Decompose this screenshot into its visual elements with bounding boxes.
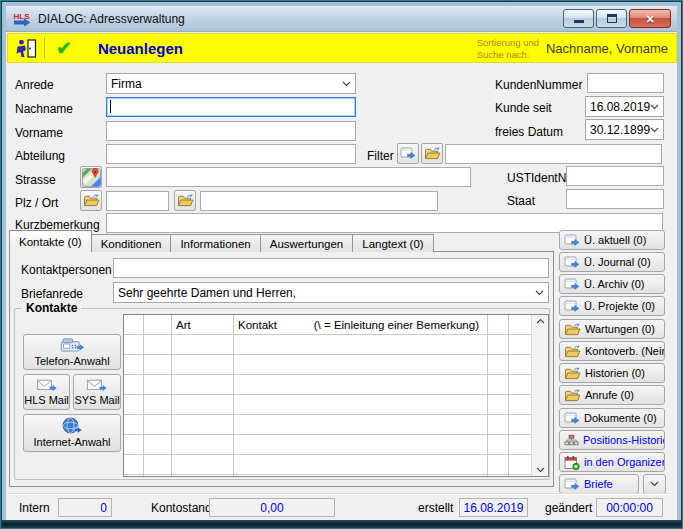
filter-open-button[interactable] — [421, 143, 443, 164]
kundeseit-datepicker[interactable]: 16.08.2019 — [585, 96, 664, 117]
table-cell[interactable] — [144, 415, 172, 435]
nachname-input[interactable] — [106, 97, 356, 117]
table-cell[interactable] — [509, 355, 531, 375]
titlebar[interactable]: HLS DIALOG: Adressverwaltung × — [6, 6, 677, 32]
table-cell[interactable] — [144, 375, 172, 395]
side-button-historien[interactable]: Historien (0) — [559, 363, 665, 383]
exit-button[interactable] — [13, 36, 39, 60]
sys-mail-button[interactable]: SYS Mail — [73, 374, 121, 410]
table-cell[interactable] — [488, 455, 509, 475]
ort-input[interactable] — [200, 191, 438, 211]
plz-open-button[interactable] — [80, 190, 102, 211]
table-cell[interactable] — [488, 475, 509, 476]
hls-mail-button[interactable]: HLS Mail — [23, 374, 70, 410]
table-row[interactable] — [124, 355, 531, 375]
table-cell[interactable] — [234, 455, 488, 475]
table-cell[interactable] — [509, 395, 531, 415]
table-cell[interactable] — [172, 435, 234, 455]
table-cell[interactable] — [172, 455, 234, 475]
maximize-button[interactable] — [596, 9, 627, 28]
table-cell[interactable] — [124, 395, 144, 415]
table-cell[interactable] — [124, 455, 144, 475]
tab-kontakte[interactable]: Kontakte (0) — [9, 230, 92, 252]
table-cell[interactable] — [509, 375, 531, 395]
filter-input[interactable] — [445, 144, 662, 164]
tab-konditionen[interactable]: Konditionen — [91, 234, 172, 252]
tab-langtext[interactable]: Langtext (0) — [352, 234, 433, 252]
table-cell[interactable] — [234, 435, 488, 455]
side-button-positions-historie[interactable]: Positions-Historie — [559, 430, 665, 450]
side-button-wartungen[interactable]: Wartungen (0) — [559, 319, 665, 339]
table-cell[interactable] — [124, 415, 144, 435]
close-button[interactable]: × — [629, 9, 671, 28]
kundennummer-input[interactable] — [587, 73, 664, 93]
scroll-up-icon[interactable] — [536, 318, 545, 324]
table-cell[interactable] — [488, 335, 509, 355]
strasse-input[interactable] — [106, 167, 471, 187]
table-cell[interactable] — [124, 335, 144, 355]
anrede-combobox[interactable]: Firma — [106, 73, 356, 94]
table-cell[interactable] — [234, 475, 488, 476]
maps-button[interactable] — [80, 166, 102, 188]
table-cell[interactable] — [488, 395, 509, 415]
plz-input[interactable] — [106, 191, 169, 211]
table-cell[interactable] — [172, 395, 234, 415]
table-cell[interactable] — [144, 475, 172, 476]
table-row[interactable] — [124, 335, 531, 355]
table-row[interactable] — [124, 415, 531, 435]
table-cell[interactable] — [172, 355, 234, 375]
table-cell[interactable] — [488, 415, 509, 435]
scroll-down-icon[interactable] — [536, 467, 545, 473]
table-cell[interactable] — [144, 435, 172, 455]
table-header-art[interactable]: Art — [172, 315, 234, 335]
filter-new-button[interactable] — [397, 143, 419, 164]
side-button-ue-journal[interactable]: Ü. Journal (0) — [559, 252, 665, 272]
table-cell[interactable] — [144, 455, 172, 475]
table-cell[interactable] — [144, 335, 172, 355]
table-cell[interactable] — [144, 395, 172, 415]
side-button-ue-archiv[interactable]: Ü. Archiv (0) — [559, 274, 665, 294]
tab-auswertungen[interactable]: Auswertungen — [260, 234, 354, 252]
table-cell[interactable] — [509, 455, 531, 475]
abteilung-input[interactable] — [106, 144, 356, 164]
confirm-check-button[interactable]: ✔ — [56, 39, 72, 58]
table-cell[interactable] — [172, 415, 234, 435]
table-cell[interactable] — [488, 375, 509, 395]
table-row[interactable] — [124, 375, 531, 395]
table-cell[interactable] — [234, 355, 488, 375]
kontaktpersonen-input[interactable] — [113, 258, 549, 278]
internet-anwahl-button[interactable]: Internet-Anwahl — [23, 414, 121, 452]
table-cell[interactable] — [172, 335, 234, 355]
table-cell[interactable] — [172, 475, 234, 476]
tab-informationen[interactable]: Informationen — [170, 234, 260, 252]
telefon-anwahl-button[interactable]: Telefon-Anwahl — [23, 334, 121, 370]
side-button-ue-projekte[interactable]: Ü. Projekte (0) — [559, 296, 665, 316]
table-row[interactable] — [124, 475, 531, 476]
table-cell[interactable] — [509, 335, 531, 355]
table-header-kontakt[interactable]: Kontakt(\ = Einleitung einer Bemerkung) — [234, 315, 488, 335]
side-button-anrufe[interactable]: Anrufe (0) — [559, 385, 665, 405]
table-cell[interactable] — [488, 355, 509, 375]
minimize-button[interactable] — [563, 9, 594, 28]
side-button-dokumente[interactable]: Dokumente (0) — [559, 408, 665, 428]
table-row[interactable] — [124, 435, 531, 455]
table-cell[interactable] — [172, 375, 234, 395]
briefanrede-combobox[interactable]: Sehr geehrte Damen und Herren, — [113, 282, 549, 303]
table-cell[interactable] — [509, 475, 531, 476]
table-cell[interactable] — [144, 355, 172, 375]
table-cell[interactable] — [234, 335, 488, 355]
table-vertical-scrollbar[interactable] — [531, 315, 548, 476]
briefe-dropdown-button[interactable] — [643, 474, 666, 494]
vorname-input[interactable] — [106, 121, 356, 141]
table-cell[interactable] — [234, 395, 488, 415]
staat-input[interactable] — [566, 189, 664, 209]
table-cell[interactable] — [234, 375, 488, 395]
side-button-in-den-organizer[interactable]: in den Organizer — [559, 452, 665, 472]
table-cell[interactable] — [124, 475, 144, 476]
freiesdatum-datepicker[interactable]: 30.12.1899 — [585, 119, 664, 140]
table-cell[interactable] — [509, 415, 531, 435]
ustidentnr-input[interactable] — [566, 166, 664, 186]
table-cell[interactable] — [124, 355, 144, 375]
table-cell[interactable] — [234, 415, 488, 435]
table-cell[interactable] — [124, 375, 144, 395]
